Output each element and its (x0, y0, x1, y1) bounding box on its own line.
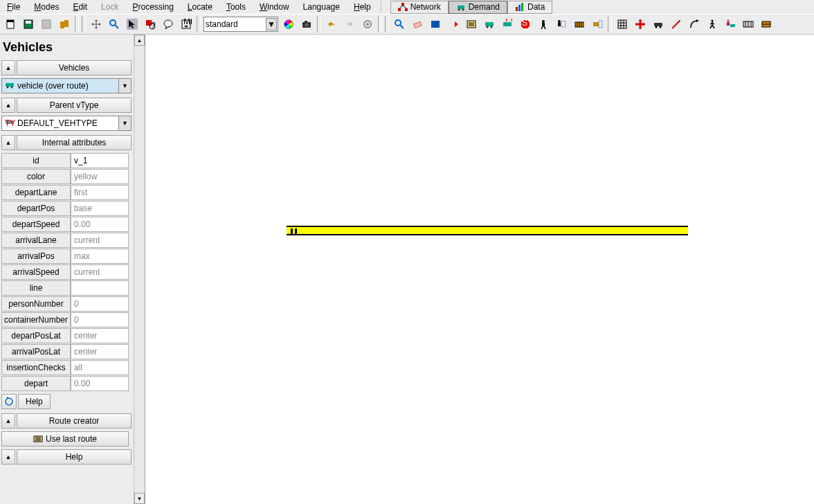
toolbar: ? MENU ▼ TYPE STOP (0, 14, 814, 35)
collapse-button[interactable]: ▲ (1, 135, 15, 150)
list-button[interactable] (463, 16, 480, 33)
help-button[interactable]: Help (18, 394, 51, 409)
redo-button[interactable] (341, 16, 358, 33)
attr-input-depart[interactable] (71, 376, 129, 391)
attr-row-personNumber: personNumber (1, 296, 132, 312)
collapse-button[interactable]: ▲ (1, 413, 15, 429)
help-row: Help (1, 394, 132, 409)
container-plan-button[interactable] (589, 16, 606, 33)
search-button[interactable] (391, 16, 408, 33)
person-plan-button[interactable] (553, 16, 570, 33)
vehicle-marker[interactable] (291, 228, 300, 235)
svg-rect-14 (26, 21, 31, 24)
color-legend-button[interactable]: ? (142, 16, 159, 33)
attr-row-arrivalPosLat: arrivalPosLat (1, 344, 132, 359)
vehicle-type-combo[interactable]: vehicle (over route) ▼ (1, 78, 132, 93)
menu-button[interactable]: MENU (178, 16, 195, 33)
person-button[interactable] (535, 16, 552, 33)
scroll-up-icon[interactable]: ▲ (134, 35, 145, 46)
attr-input-arrivalPosLat[interactable] (71, 344, 129, 359)
menu-window[interactable]: Window (254, 1, 295, 13)
menu-processing[interactable]: Processing (127, 1, 179, 13)
junction-button[interactable] (632, 16, 649, 33)
erase-button[interactable] (409, 16, 426, 33)
attr-input-arrivalLane[interactable] (71, 233, 129, 248)
container-button[interactable] (571, 16, 588, 33)
compute-button[interactable] (359, 16, 376, 33)
attr-row-arrivalSpeed: arrivalSpeed (1, 264, 132, 280)
attr-input-line[interactable] (71, 280, 129, 296)
move-button[interactable] (88, 16, 105, 33)
attr-input-arrivalPos[interactable] (71, 249, 129, 264)
select-button[interactable] (124, 16, 141, 33)
attr-input-id[interactable] (71, 153, 129, 168)
reset-button[interactable] (1, 394, 17, 409)
screenshot-button[interactable] (298, 16, 315, 33)
menu-locate[interactable]: Locate (182, 1, 218, 13)
attr-input-containerNumber[interactable] (71, 312, 129, 327)
save-all-button[interactable] (38, 16, 55, 33)
transport-button[interactable] (758, 16, 775, 33)
parent-vtype-combo[interactable]: TYPE DEFAULT_VEHTYPE ▼ (1, 116, 132, 131)
canvas[interactable] (145, 35, 814, 504)
svg-rect-16 (60, 21, 64, 28)
scroll-down-icon[interactable]: ▼ (134, 493, 145, 504)
connection-button[interactable] (686, 16, 703, 33)
zoom-button[interactable] (106, 16, 123, 33)
flow-type-button[interactable] (740, 16, 757, 33)
mode-tabs: Network Demand Data (390, 1, 553, 14)
menu-help[interactable]: Help (348, 1, 377, 13)
mode-tab-demand[interactable]: Demand (449, 1, 507, 14)
scroll-track[interactable] (134, 46, 145, 493)
use-last-route-button[interactable]: Use last route (1, 431, 129, 447)
select-rect-button[interactable] (427, 16, 444, 33)
route-arrow-button[interactable] (445, 16, 462, 33)
new-file-button[interactable] (2, 16, 19, 33)
svg-rect-55 (561, 21, 566, 27)
view-mode-input[interactable] (204, 17, 278, 32)
walk-button[interactable] (704, 16, 721, 33)
collapse-button[interactable]: ▲ (1, 98, 15, 113)
vehicle-button[interactable] (481, 16, 498, 33)
vehicle-type-button[interactable]: TYPE (499, 16, 516, 33)
help-bubble-button[interactable] (160, 16, 177, 33)
menu-modes[interactable]: Modes (28, 1, 64, 13)
undo-button[interactable] (323, 16, 340, 33)
separator (82, 16, 86, 33)
separator (608, 16, 612, 33)
attr-row-line: line (1, 280, 132, 296)
svg-point-44 (491, 26, 493, 28)
save-button[interactable] (20, 16, 37, 33)
view-mode-select[interactable]: ▼ (204, 17, 278, 32)
grid-button[interactable] (614, 16, 631, 33)
stop-sign-button[interactable]: STOP (517, 16, 534, 33)
edit-edge-button[interactable] (668, 16, 685, 33)
sidebar-scrollbar[interactable]: ▲ ▼ (134, 35, 145, 504)
attr-input-departPosLat[interactable] (71, 328, 129, 343)
attr-input-departPos[interactable] (71, 201, 129, 216)
mode-tab-data[interactable]: Data (507, 1, 552, 14)
svg-rect-37 (431, 21, 440, 28)
svg-text:TYPE: TYPE (5, 118, 15, 127)
collapse-button[interactable]: ▲ (1, 60, 15, 75)
menu-edit[interactable]: Edit (67, 1, 93, 13)
menu-language[interactable]: Language (298, 1, 345, 13)
separator (381, 1, 383, 13)
reload-button[interactable] (56, 16, 73, 33)
car-icon-button[interactable] (650, 16, 667, 33)
attr-input-insertionChecks[interactable] (71, 360, 129, 375)
attr-input-arrivalSpeed[interactable] (71, 264, 129, 280)
attr-input-personNumber[interactable] (71, 296, 129, 312)
color-wheel-button[interactable] (280, 16, 297, 33)
person-trip-button[interactable] (722, 16, 739, 33)
road-edge[interactable] (287, 226, 688, 235)
section-label: Vehicles (17, 60, 132, 75)
attr-input-departLane[interactable] (71, 185, 129, 200)
attr-input-color[interactable] (71, 169, 129, 184)
collapse-button[interactable]: ▲ (1, 449, 15, 465)
attr-input-departSpeed[interactable] (71, 217, 129, 232)
attr-label: arrivalLane (1, 233, 71, 248)
mode-tab-network[interactable]: Network (390, 1, 449, 14)
menu-file[interactable]: File (1, 1, 26, 13)
menu-tools[interactable]: Tools (221, 1, 251, 13)
